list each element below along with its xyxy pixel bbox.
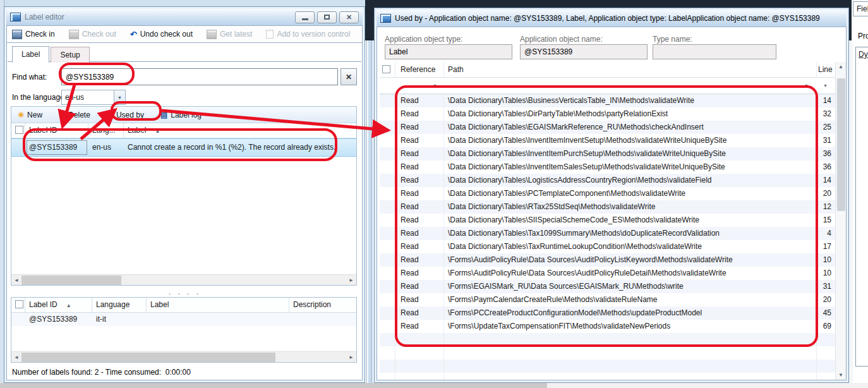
empty-row[interactable] (380, 333, 835, 346)
path-cell[interactable]: \Data Dictionary\Tables\PCTemplateCompon… (444, 187, 817, 200)
toolbar-button-get-latest[interactable]: Get latest (207, 30, 252, 39)
label-text-cell[interactable] (147, 313, 289, 326)
checkbox-icon[interactable] (15, 126, 23, 134)
clear-search-button[interactable]: ✕ (341, 68, 357, 85)
path-cell[interactable]: \Data Dictionary\Tables\DirPartyTable\Me… (444, 107, 817, 121)
table-row[interactable]: Read\Data Dictionary\Tables\LogisticsAdd… (380, 174, 835, 187)
reference-cell[interactable] (395, 373, 444, 380)
reference-cell[interactable]: Read (395, 161, 444, 174)
path-cell[interactable] (444, 346, 817, 360)
filter-dropdown-icon[interactable]: ▼ (823, 83, 828, 88)
path-cell[interactable]: \Data Dictionary\Tables\TaxRuntimeLookup… (444, 240, 817, 253)
scroll-up-icon[interactable]: ▲ (836, 64, 846, 70)
action-button-label-log[interactable]: ▤Label log (160, 111, 202, 119)
line-cell[interactable] (817, 346, 835, 360)
line-cell[interactable]: 20 (817, 187, 835, 200)
reference-cell[interactable]: Read (395, 280, 444, 293)
used-by-vscrollbar[interactable]: ▲ ▼ (835, 62, 846, 380)
table-row[interactable]: Read\Data Dictionary\Tables\InventItemSa… (380, 161, 835, 174)
table-row[interactable]: Read\Data Dictionary\Tables\EGAISMarkRef… (380, 121, 835, 134)
reference-cell[interactable]: Read (395, 200, 444, 214)
table-row[interactable]: Read\Data Dictionary\Tables\PCTemplateCo… (380, 187, 835, 200)
label-editor-titlebar[interactable]: Label editor ✕ (6, 9, 363, 25)
line-cell[interactable]: 12 (817, 200, 835, 214)
path-cell[interactable]: \Data Dictionary\Tables\RTax25StdSeq\Met… (444, 200, 817, 214)
table-row[interactable]: Read\Forms\PCCreateProductConfigurationM… (380, 306, 835, 320)
filter-dropdown-icon[interactable]: ▼ (433, 83, 437, 88)
line-cell[interactable] (817, 373, 835, 380)
column-header-reference[interactable]: Reference (395, 62, 444, 77)
grid1-hscrollbar[interactable]: ◄ ► (11, 274, 356, 285)
language-cell[interactable]: it-it (92, 313, 147, 326)
line-cell[interactable]: 32 (817, 107, 835, 121)
checkbox-icon[interactable] (382, 65, 390, 73)
row-select-cell[interactable] (380, 187, 395, 200)
row-select-cell[interactable] (380, 240, 395, 253)
description-cell[interactable] (289, 313, 356, 326)
reference-cell[interactable]: Read (395, 121, 444, 134)
row-select-cell[interactable] (380, 107, 395, 121)
chevron-down-icon[interactable]: ▼ (114, 90, 125, 104)
maximize-button[interactable] (317, 11, 337, 23)
toolbar-button-undo-check-out[interactable]: ↶Undo check out (130, 30, 193, 39)
line-cell[interactable] (817, 333, 835, 346)
row-select-cell[interactable] (380, 134, 395, 147)
line-cell[interactable]: 25 (817, 121, 835, 134)
path-cell[interactable]: \Forms\PaymCalendarCreateRule\Methods\va… (444, 293, 817, 306)
path-cell[interactable]: \Data Dictionary\Tables\BusinessVertical… (444, 94, 817, 107)
column-header-path[interactable]: Path (444, 62, 817, 77)
path-cell[interactable]: \Forms\PCCreateProductConfigurationModel… (444, 306, 817, 320)
scrollbar-thumb[interactable] (837, 78, 845, 211)
line-cell[interactable]: 31 (817, 134, 835, 147)
table-row[interactable]: Read\Data Dictionary\Tables\TaxRuntimeLo… (380, 240, 835, 253)
toolbar-button-check-in[interactable]: Check in (12, 30, 55, 39)
path-cell[interactable]: \Data Dictionary\Tables\InventItemSalesS… (444, 161, 817, 174)
lang-cell[interactable]: en-us (88, 139, 124, 156)
path-cell[interactable]: \Forms\UpdateTaxCompensationFIT\Methods\… (444, 320, 817, 333)
line-cell[interactable]: 36 (817, 161, 835, 174)
path-cell[interactable]: \Data Dictionary\Tables\InventItemInvent… (444, 134, 817, 147)
table-row[interactable]: Read\Data Dictionary\Tables\Tax1099Summa… (380, 227, 835, 240)
column-header-language[interactable]: Language (92, 298, 147, 312)
row-select-cell[interactable] (380, 320, 395, 333)
reference-cell[interactable]: Read (395, 107, 444, 121)
table-row[interactable]: Read\Data Dictionary\Tables\SIISpecialSc… (380, 214, 835, 227)
toolbar-button-add-to-version-control[interactable]: Add to version control (266, 30, 350, 39)
empty-row[interactable] (380, 373, 835, 380)
table-row[interactable]: Read\Forms\EGAISMark_RU\Data Sources\EGA… (380, 280, 835, 293)
column-header-line[interactable]: Line (817, 62, 835, 77)
column-header-label-id[interactable]: Label ID (25, 123, 88, 138)
line-cell[interactable]: 15 (817, 214, 835, 227)
minimize-button[interactable] (295, 11, 315, 23)
row-select-cell[interactable] (380, 253, 395, 267)
row-select-cell[interactable] (11, 139, 25, 156)
label-id-cell[interactable]: @SYS153389 (25, 139, 88, 156)
reference-cell[interactable]: Read (395, 94, 444, 107)
line-cell[interactable]: 10 (817, 267, 835, 280)
row-select-cell[interactable] (380, 280, 395, 293)
table-row[interactable]: Read\Data Dictionary\Tables\InventItemPu… (380, 147, 835, 161)
label-text-cell[interactable]: Cannot create a record in %1 (%2). The r… (124, 139, 356, 156)
reference-cell[interactable]: Read (395, 293, 444, 306)
tab-label[interactable]: Label (12, 46, 49, 63)
find-what-input[interactable] (61, 68, 338, 85)
column-header-description[interactable]: Description (289, 298, 356, 312)
reference-cell[interactable]: Read (395, 320, 444, 333)
checkbox-icon[interactable] (15, 300, 23, 308)
path-cell[interactable] (444, 360, 817, 373)
row-select-cell[interactable] (380, 373, 395, 380)
scroll-right-icon[interactable]: ► (346, 355, 356, 360)
line-cell[interactable]: 20 (817, 293, 835, 306)
table-row[interactable]: Read\Data Dictionary\Tables\InventItemIn… (380, 134, 835, 147)
scroll-right-icon[interactable]: ► (346, 277, 356, 283)
path-cell[interactable]: \Forms\AuditPolicyRule\Data Sources\Audi… (444, 253, 817, 267)
reference-cell[interactable]: Read (395, 253, 444, 267)
scrollbar-thumb[interactable] (0, 383, 547, 388)
column-header-label-id[interactable]: Label ID▲ (25, 298, 92, 312)
action-button-used-by[interactable]: ↗Used by (107, 111, 144, 119)
used-by-grid-filter-row[interactable]: ▼ ▼ ▼ (380, 78, 835, 94)
scrollbar-thumb[interactable] (21, 276, 121, 285)
reference-cell[interactable]: Read (395, 134, 444, 147)
row-select-cell[interactable] (380, 267, 395, 280)
action-button-new[interactable]: ✳New (18, 111, 42, 119)
